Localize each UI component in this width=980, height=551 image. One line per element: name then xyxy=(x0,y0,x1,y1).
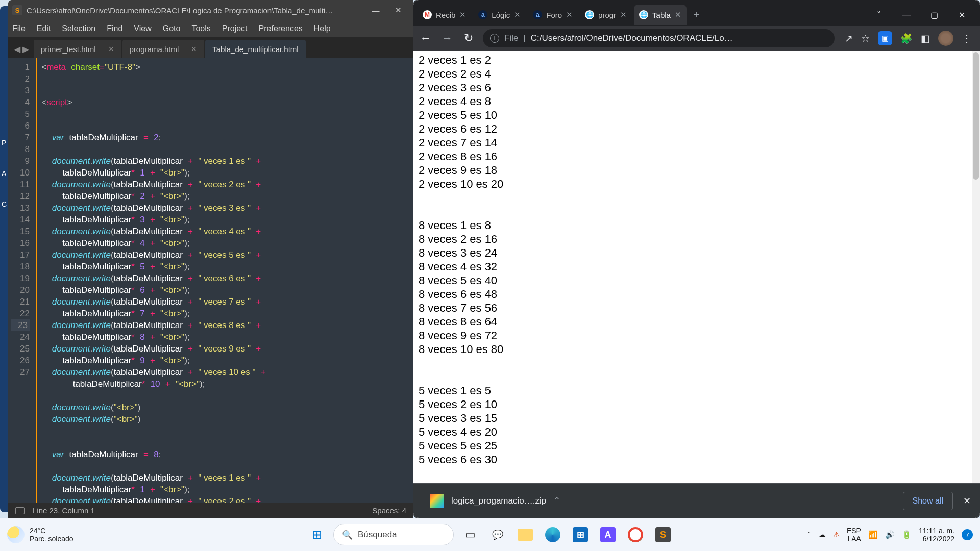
tab-close-icon[interactable]: ✕ xyxy=(108,45,114,53)
bookmark-star-icon[interactable]: ☆ xyxy=(861,33,870,44)
tray-onedrive-icon[interactable]: ☁ xyxy=(818,530,826,539)
scrollbar-thumb[interactable] xyxy=(973,52,979,180)
weather-desc: Parc. soleado xyxy=(30,535,74,543)
nav-forward-button[interactable]: → xyxy=(440,32,454,45)
chrome-tab[interactable]: 🌐Tabla✕ xyxy=(634,5,687,25)
chrome-maximize-button[interactable]: ▢ xyxy=(923,10,945,20)
tray-time: 11:11 a. m. xyxy=(919,527,954,535)
page-line: 5 veces 2 es 10 xyxy=(419,397,975,411)
tray-wifi-icon[interactable]: 📶 xyxy=(868,530,878,539)
chrome-tab[interactable]: aForo✕ xyxy=(528,5,578,25)
tab-close-icon[interactable]: ✕ xyxy=(566,10,573,19)
taskbar-search[interactable]: 🔍 Búsqueda xyxy=(333,524,454,545)
sublime-editor[interactable]: 1234567891011121314151617181920212223242… xyxy=(8,58,413,503)
sublime-tab[interactable]: programa.html✕ xyxy=(122,40,205,58)
tab-favicon: M xyxy=(423,10,432,19)
explorer-button[interactable] xyxy=(514,523,536,546)
page-viewport[interactable]: 2 veces 1 es 22 veces 2 es 42 veces 3 es… xyxy=(413,51,980,483)
download-bar: logica_progamacio….zip ⌃ Show all ✕ xyxy=(413,483,980,518)
tab-close-icon[interactable]: ✕ xyxy=(514,10,521,19)
page-scrollbar[interactable] xyxy=(972,51,980,483)
system-tray: ˄ ☁ ⚠ ESP LAA 📶 🔊 🔋 11:11 a. m. 6/12/202… xyxy=(807,527,973,543)
tray-overflow-icon[interactable]: ˄ xyxy=(807,531,811,539)
menu-project[interactable]: Project xyxy=(222,24,248,33)
tab-favicon: 🌐 xyxy=(585,10,594,19)
menu-find[interactable]: Find xyxy=(107,24,122,33)
code-area[interactable]: <meta charset="UTF-8"> <script> var tabl… xyxy=(36,58,413,503)
site-info-icon[interactable]: i xyxy=(490,34,499,43)
chrome-menu-button[interactable]: ⋮ xyxy=(962,32,972,44)
taskbar-center: ⊞ 🔍 Búsqueda ▭ 💬 ⊞ A S xyxy=(306,523,674,546)
tray-battery-icon[interactable]: 🔋 xyxy=(902,530,912,539)
tab-close-icon[interactable]: ✕ xyxy=(675,10,681,19)
task-view-button[interactable]: ▭ xyxy=(459,523,481,546)
share-icon[interactable]: ↗ xyxy=(845,33,853,44)
chat-button[interactable]: 💬 xyxy=(486,523,509,546)
start-button[interactable]: ⊞ xyxy=(306,523,328,546)
tray-volume-icon[interactable]: 🔊 xyxy=(885,530,895,539)
chrome-tab[interactable]: MRecib✕ xyxy=(418,5,471,25)
sublime-window: S C:\Users\afrol\OneDrive\Documentos\ORA… xyxy=(8,0,413,518)
chrome-close-button[interactable]: ✕ xyxy=(950,10,973,20)
page-line: 2 veces 8 es 16 xyxy=(419,149,975,163)
status-spaces[interactable]: Spaces: 4 xyxy=(372,506,406,515)
tab-favicon: 🌐 xyxy=(639,10,648,19)
nav-reload-button[interactable]: ↻ xyxy=(461,32,476,45)
weather-icon xyxy=(7,526,24,543)
profile-avatar[interactable] xyxy=(938,31,953,46)
chrome-minimize-button[interactable]: — xyxy=(895,10,918,20)
download-bar-close-button[interactable]: ✕ xyxy=(963,495,971,507)
menu-file[interactable]: File xyxy=(12,24,26,33)
tray-language[interactable]: ESP LAA xyxy=(847,527,861,543)
new-tab-button[interactable]: + xyxy=(689,9,705,21)
omnibox-sep: | xyxy=(523,33,525,43)
menu-preferences[interactable]: Preferences xyxy=(259,24,303,33)
chrome-tabsearch-button[interactable]: ˅ xyxy=(868,10,890,20)
sublime-statusbar: Line 23, Column 1 Spaces: 4 xyxy=(8,503,413,518)
chrome-taskbar-button[interactable] xyxy=(624,523,647,546)
page-line: 5 veces 6 es 30 xyxy=(419,453,975,464)
app-button[interactable]: A xyxy=(597,523,619,546)
nav-back-button[interactable]: ← xyxy=(419,32,433,45)
sidepanel-icon[interactable]: ◧ xyxy=(921,33,930,44)
extensions-icon[interactable]: 🧩 xyxy=(900,33,913,44)
sublime-tab[interactable]: primer_test.html✕ xyxy=(34,40,121,58)
sublime-close-button[interactable]: ✕ xyxy=(387,6,409,15)
menu-selection[interactable]: Selection xyxy=(62,24,95,33)
page-line: 2 veces 6 es 12 xyxy=(419,122,975,136)
chrome-tab[interactable]: aLógic✕ xyxy=(473,5,526,25)
omnibox-scheme: File xyxy=(504,33,518,43)
menu-edit[interactable]: Edit xyxy=(37,24,51,33)
tab-close-icon[interactable]: ✕ xyxy=(459,10,466,19)
page-line: 5 veces 4 es 20 xyxy=(419,425,975,439)
download-chevron-icon[interactable]: ⌃ xyxy=(553,495,560,506)
menu-goto[interactable]: Goto xyxy=(163,24,181,33)
edge-button[interactable] xyxy=(542,523,564,546)
tray-notification-badge[interactable]: 7 xyxy=(962,529,973,540)
line-gutter: 1234567891011121314151617181920212223242… xyxy=(8,58,36,503)
tab-close-icon[interactable]: ✕ xyxy=(191,45,197,53)
windows-taskbar[interactable]: 24°C Parc. soleado ⊞ 🔍 Búsqueda ▭ 💬 ⊞ A … xyxy=(0,518,980,551)
tab-close-icon[interactable]: ✕ xyxy=(620,10,627,19)
sublime-titlebar[interactable]: S C:\Users\afrol\OneDrive\Documentos\ORA… xyxy=(8,0,413,20)
tab-nav-back-icon[interactable]: ◀ xyxy=(14,44,20,54)
meet-icon[interactable]: ▣ xyxy=(878,31,892,45)
chrome-tab[interactable]: 🌐progr✕ xyxy=(580,5,632,25)
page-line: 8 veces 3 es 24 xyxy=(419,246,975,260)
menu-tools[interactable]: Tools xyxy=(191,24,210,33)
download-showall-button[interactable]: Show all xyxy=(903,492,953,510)
tab-nav-forward-icon[interactable]: ▶ xyxy=(22,44,29,54)
tray-clock[interactable]: 11:11 a. m. 6/12/2022 xyxy=(919,527,954,543)
omnibox[interactable]: i File | C:/Users/afrol/OneDrive/Documen… xyxy=(483,29,835,47)
menu-help[interactable]: Help xyxy=(314,24,331,33)
sublime-tab-active[interactable]: Tabla_de_multiplicar.html xyxy=(205,40,305,58)
store-button[interactable]: ⊞ xyxy=(569,523,592,546)
taskbar-weather[interactable]: 24°C Parc. soleado xyxy=(7,526,74,543)
sublime-taskbar-button[interactable]: S xyxy=(652,523,674,546)
status-cursor-pos: Line 23, Column 1 xyxy=(33,506,95,515)
layout-icon[interactable] xyxy=(15,507,24,514)
download-item[interactable]: logica_progamacio….zip ⌃ xyxy=(423,490,568,512)
tray-security-icon[interactable]: ⚠ xyxy=(833,530,840,539)
menu-view[interactable]: View xyxy=(134,24,151,33)
sublime-minimize-button[interactable]: — xyxy=(364,6,387,15)
